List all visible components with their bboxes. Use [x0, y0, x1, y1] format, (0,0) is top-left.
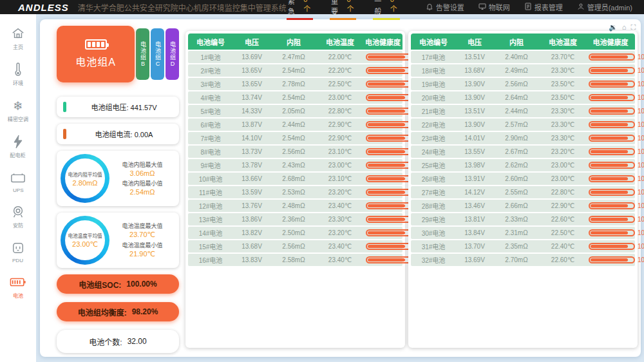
resistance-max-label: 电池内阻最大值 [122, 160, 162, 169]
sidebar-item-电池[interactable]: 电池 [10, 274, 26, 300]
voltage-cell: 13.51V [456, 53, 493, 61]
health-bar [366, 243, 412, 250]
temperature-cell: 22.50℃ [317, 81, 363, 88]
health-cell: 100% [586, 243, 644, 250]
health-percent: 100% [638, 243, 644, 250]
health-bar [366, 189, 412, 196]
bell-icon [426, 3, 433, 12]
resistance-cell: 2.64mΩ [493, 94, 540, 101]
sidebar-item-精密空调[interactable]: ❄精密空调 [6, 98, 30, 123]
voltage-cell: 13.69V [233, 53, 270, 61]
health-bar [589, 53, 635, 61]
sidebar-item-PDU[interactable]: PDU [12, 240, 24, 263]
voltage-cell: 13.83V [233, 256, 270, 263]
resistance-cell: 2.56mΩ [270, 148, 317, 155]
health-bar [366, 121, 412, 128]
snowflake-icon: ❄ [13, 98, 23, 113]
health-cell: 100% [586, 135, 644, 142]
menu-item-3[interactable]: 管理员(admin) [577, 2, 632, 12]
table-row: 16#电池13.83V2.58mΩ23.40℃100% [188, 254, 402, 266]
battery-id: 18#电池 [411, 66, 456, 75]
volume-icon[interactable]: 🔉 [609, 23, 618, 31]
temperature-donut-chart: 电池温度平均值 23.00℃ [61, 216, 109, 265]
temperature-cell: 23.30℃ [317, 216, 363, 223]
resistance-cell: 2.66mΩ [493, 202, 540, 209]
health-bar [366, 81, 412, 88]
group-voltage-card: 电池组电压: 441.57V [57, 97, 179, 117]
battery-group-a-label: 电池组A [75, 53, 116, 69]
alarm-chip-2[interactable]: 一般0个 [373, 0, 399, 20]
health-bar [589, 148, 635, 155]
battery-id: 4#电池 [188, 93, 233, 102]
table-row: 10#电池13.66V2.68mΩ23.10℃100% [188, 173, 402, 185]
resistance-cell: 2.58mΩ [270, 256, 317, 263]
menu-item-label: 管理员(admin) [587, 2, 632, 12]
temperature-cell: 22.00℃ [317, 53, 363, 61]
table-row: 7#电池14.10V2.54mΩ22.90℃100% [188, 132, 402, 144]
health-cell: 100% [586, 162, 644, 169]
sidebar-item-label: 安防 [13, 222, 23, 229]
menu-item-label: 告警设置 [436, 2, 464, 12]
voltage-cell: 13.82V [233, 229, 270, 236]
alarm-chip-1[interactable]: 重要0个 [330, 0, 356, 20]
temperature-cell: 22.40℃ [540, 243, 586, 250]
temperature-cell: 23.20℃ [540, 148, 586, 155]
voltage-cell: 13.68V [456, 67, 493, 74]
resistance-cell: 2.43mΩ [270, 162, 317, 169]
voltage-cell: 13.90V [456, 121, 493, 128]
sidebar-item-label: 环境 [13, 79, 23, 87]
fullscreen-icon[interactable]: ⛶ [630, 23, 636, 31]
resistance-cell: 2.44mΩ [270, 121, 317, 128]
sidebar-item-label: 配电柜 [10, 151, 26, 159]
health-percent: 100% [638, 189, 644, 196]
health-bar [366, 216, 412, 223]
tab-电池组C[interactable]: 电池组C [151, 28, 164, 80]
tab-battery-group-a[interactable]: 电池组A [57, 26, 135, 82]
resistance-donut-chart: 电池内阻平均值 2.80mΩ [61, 154, 109, 203]
temperature-cell: 22.90℃ [317, 121, 363, 128]
sidebar-item-UPS[interactable]: UPS [10, 170, 26, 193]
temperature-cell: 22.60℃ [540, 256, 586, 263]
health-cell: 100% [586, 67, 644, 74]
sidebar-item-label: 主页 [13, 43, 23, 51]
alarm-count: 0个 [303, 0, 312, 16]
temperature-cell: 23.00℃ [540, 175, 586, 182]
resistance-cell: 2.05mΩ [270, 108, 317, 115]
resistance-cell: 2.40mΩ [493, 53, 540, 61]
resistance-cell: 2.68mΩ [270, 175, 317, 182]
temperature-cell: 23.30℃ [540, 67, 586, 74]
table-row: 22#电池13.90V2.57mΩ23.30℃100% [411, 119, 635, 131]
resistance-cell: 2.78mΩ [270, 81, 317, 88]
temperature-cell: 22.20℃ [317, 67, 363, 74]
sidebar-item-环境[interactable]: 环境 [12, 62, 24, 87]
voltage-cell: 13.98V [456, 162, 493, 169]
home-small-icon[interactable]: ⌂ [622, 23, 627, 31]
column-header: 电池编号 [411, 37, 456, 47]
menu-item-1[interactable]: 物联网 [478, 2, 510, 12]
health-percent: 100% [638, 121, 644, 128]
sidebar-item-配电柜[interactable]: 配电柜 [9, 134, 26, 159]
sidebar-item-主页[interactable]: 主页 [11, 26, 25, 51]
health-bar [589, 256, 635, 263]
sidebar: 主页环境❄精密空调配电柜UPS安防PDU电池 [0, 14, 36, 362]
battery-icon [10, 274, 26, 290]
battery-id: 1#电池 [188, 52, 233, 62]
health-cell: 100% [586, 94, 644, 101]
resistance-avg-label: 电池内阻平均值 [68, 171, 102, 177]
health-bar [589, 67, 635, 74]
tab-电池组B[interactable]: 电池组B [136, 28, 149, 80]
sidebar-item-安防[interactable]: 安防 [11, 204, 25, 229]
alarm-chip-0[interactable]: 紧急0个 [287, 0, 313, 20]
table-row: 1#电池13.69V2.47mΩ22.00℃100% [188, 51, 402, 63]
health-bar [589, 81, 635, 88]
health-bar [589, 135, 635, 142]
voltage-cell: 13.84V [456, 229, 493, 236]
top-bar: ANDLESS 清华大学合肥公共安全研究院中心机房环境监控集中管理系统 紧急0个… [0, 0, 644, 14]
menu-item-2[interactable]: 报表管理 [524, 2, 563, 12]
battery-id: 8#电池 [188, 147, 233, 157]
tab-电池组D[interactable]: 电池组D [166, 28, 179, 80]
temperature-cell: 23.20℃ [317, 189, 363, 196]
resistance-cell: 2.56mΩ [270, 243, 317, 250]
menu-item-0[interactable]: 告警设置 [426, 2, 464, 12]
health-cell: 100% [586, 108, 644, 115]
